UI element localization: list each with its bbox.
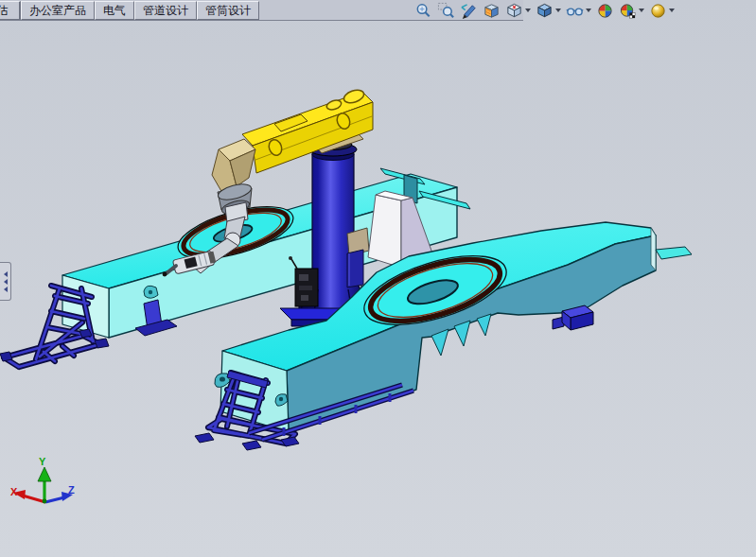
- tab-office-products[interactable]: 办公室产品: [21, 1, 95, 20]
- viewport-3d[interactable]: X Y Z: [0, 0, 756, 557]
- apply-scene-icon[interactable]: [619, 1, 644, 20]
- triad-x-label: X: [10, 486, 18, 497]
- collapse-arrow-icon: [4, 271, 8, 277]
- tab-piping-design[interactable]: 管道设计: [134, 1, 197, 20]
- feature-panel-collapsed-tab[interactable]: [0, 262, 11, 301]
- previous-view-icon[interactable]: [460, 1, 478, 20]
- cad-application-window: X Y Z 估 办公室产品 电气 管道设计 管筒设计: [0, 0, 756, 557]
- zoom-to-fit-icon[interactable]: [414, 1, 432, 20]
- collapse-arrow-icon: [4, 279, 8, 285]
- display-style-icon[interactable]: [536, 1, 561, 20]
- tab-tubing-design[interactable]: 管筒设计: [197, 1, 259, 20]
- heads-up-view-toolbar: [414, 1, 675, 20]
- view-settings-icon[interactable]: [649, 1, 675, 20]
- tab-evaluate-clipped[interactable]: 估: [0, 1, 21, 20]
- zoom-to-area-icon[interactable]: [437, 1, 455, 20]
- view-settings-dropdown[interactable]: [669, 9, 675, 12]
- collapse-arrow-icon: [4, 287, 8, 292]
- torch-tip: [163, 272, 167, 277]
- section-view-icon[interactable]: [483, 1, 501, 20]
- triad-y-label: Y: [39, 456, 46, 467]
- view-orientation-icon[interactable]: [505, 1, 531, 20]
- hide-show-items-icon[interactable]: [566, 1, 591, 20]
- hide-show-items-dropdown[interactable]: [586, 9, 591, 12]
- apply-scene-dropdown[interactable]: [639, 9, 644, 12]
- view-orientation-dropdown[interactable]: [525, 9, 531, 12]
- edit-appearance-icon[interactable]: [596, 1, 614, 20]
- tab-electrical[interactable]: 电气: [95, 1, 134, 20]
- display-style-dropdown[interactable]: [555, 9, 561, 12]
- triad-z-label: Z: [68, 484, 75, 496]
